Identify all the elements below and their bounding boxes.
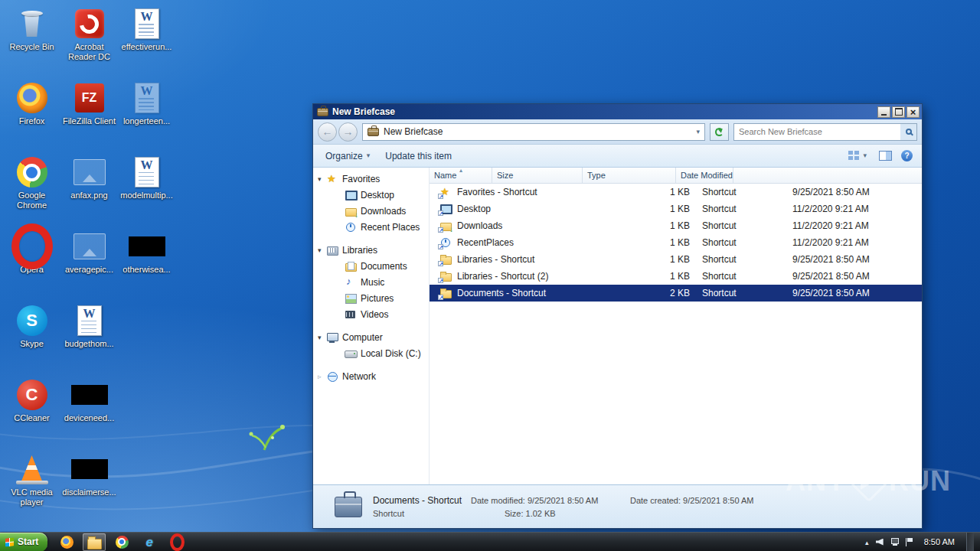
action-center-icon[interactable] (906, 538, 913, 546)
start-button[interactable]: Start (0, 533, 47, 551)
nav-item-icon (345, 348, 357, 359)
file-name: Libraries - Shortcut (457, 254, 534, 265)
search-button[interactable] (900, 124, 916, 140)
nav-item[interactable]: Computer (313, 329, 429, 345)
search-input[interactable] (734, 124, 900, 140)
file-row[interactable]: Desktop 1 KB Shortcut 11/2/2020 9:21 AM (430, 201, 922, 217)
nav-item-label: Pictures (361, 293, 394, 304)
desktop-icon[interactable]: longerteen... (118, 77, 175, 152)
volume-icon[interactable] (876, 539, 884, 546)
file-icon (439, 288, 452, 298)
shortcut-overlay-icon (438, 194, 443, 199)
maximize-button[interactable] (892, 106, 905, 118)
expander-icon[interactable] (318, 373, 326, 380)
search-box (733, 123, 917, 141)
organize-button[interactable]: Organize (319, 148, 376, 164)
nav-item[interactable]: Videos (313, 306, 429, 322)
nav-item[interactable]: Recent Places (313, 219, 429, 235)
search-icon (906, 129, 912, 135)
column-header[interactable]: Size (492, 168, 583, 183)
desktop-icon[interactable]: otherwisea... (118, 226, 175, 300)
taskbar-app-button[interactable] (83, 533, 106, 551)
taskbar-app-button[interactable] (165, 533, 188, 551)
address-dropdown-icon[interactable] (696, 129, 700, 135)
file-name: Downloads (457, 220, 502, 231)
desktop-icon[interactable]: Opera (3, 226, 60, 300)
close-button[interactable] (906, 106, 920, 118)
nav-item[interactable]: Network (313, 368, 429, 384)
nav-item[interactable]: Pictures (313, 290, 429, 306)
nav-item[interactable]: Documents (313, 258, 429, 274)
help-icon[interactable] (901, 150, 913, 161)
column-header-label: Type (587, 171, 606, 180)
file-row[interactable]: Libraries - Shortcut 1 KB Shortcut 9/25/… (430, 251, 922, 268)
clock[interactable]: 8:50 AM (920, 537, 959, 546)
desktop-icon[interactable]: Recycle Bin (3, 3, 60, 77)
desktop-icon[interactable]: FileZilla Client (60, 77, 118, 152)
nav-item[interactable]: Libraries (313, 242, 429, 258)
column-header[interactable]: Type (583, 168, 676, 183)
file-date-modified: 9/25/2021 8:50 AM (788, 251, 881, 268)
file-row[interactable]: Downloads 1 KB Shortcut 11/2/2020 9:21 A… (430, 217, 922, 234)
nav-item[interactable]: Downloads (313, 203, 429, 219)
file-row[interactable]: RecentPlaces 1 KB Shortcut 11/2/2020 9:2… (430, 234, 922, 251)
file-type: Shortcut (697, 201, 788, 217)
desktop-icon[interactable]: budgethom... (60, 300, 118, 374)
desktop-icon[interactable]: Google Chrome (3, 152, 60, 226)
desktop-icon[interactable]: disclaimerse... (60, 448, 118, 523)
details-date-created: Date created: 9/25/2021 8:50 AM (630, 496, 753, 505)
column-header[interactable] (733, 168, 922, 183)
start-label: Start (18, 536, 38, 547)
show-desktop-button[interactable] (966, 533, 974, 551)
expander-icon[interactable] (318, 334, 326, 341)
file-date-modified: 11/2/2020 9:21 AM (788, 217, 881, 234)
file-size: 1 KB (635, 234, 697, 251)
show-hidden-icons-button[interactable] (865, 536, 869, 547)
details-file-type: Shortcut (373, 509, 471, 518)
desktop-icon[interactable]: averagepic... (60, 226, 118, 300)
column-header[interactable]: Date Modified (676, 168, 733, 183)
column-header[interactable]: Name (430, 168, 492, 183)
chevron-down-icon (367, 152, 371, 159)
desktop-icon[interactable]: effectiverun... (118, 3, 175, 77)
refresh-button[interactable] (710, 123, 729, 141)
forward-button[interactable] (338, 122, 358, 142)
nav-item[interactable]: Desktop (313, 187, 429, 203)
taskbar-app-button[interactable] (110, 533, 133, 551)
nav-item[interactable]: Local Disk (C:) (313, 345, 429, 361)
nav-item[interactable]: Music (313, 274, 429, 290)
desktop-icon[interactable]: modelmultip... (118, 152, 175, 226)
column-header-label: Name (434, 171, 456, 180)
file-date-modified: 9/25/2021 8:50 AM (788, 184, 881, 201)
file-row[interactable]: Favorites - Shortcut 1 KB Shortcut 9/25/… (430, 184, 922, 201)
file-row[interactable]: Libraries - Shortcut (2) 1 KB Shortcut 9… (430, 268, 922, 285)
briefcase-icon (368, 128, 379, 136)
address-bar[interactable]: New Briefcase (362, 123, 705, 141)
desktop-icon-image (14, 452, 51, 486)
taskbar: Start 8:50 AM (0, 532, 980, 551)
file-row[interactable]: Documents - Shortcut 2 KB Shortcut 9/25/… (430, 285, 922, 302)
desktop-icon[interactable]: Skype (3, 300, 60, 374)
desktop-icon[interactable]: Firefox (3, 77, 60, 152)
expander-icon[interactable] (318, 175, 326, 183)
expander-icon[interactable] (318, 246, 326, 254)
desktop-icon[interactable]: VLC media player (3, 448, 60, 523)
network-icon[interactable] (890, 538, 899, 546)
taskbar-app-button[interactable] (55, 533, 78, 551)
desktop-icon[interactable]: deviceneed... (60, 374, 118, 448)
nav-item[interactable]: Favorites (313, 171, 429, 187)
update-item-button[interactable]: Update this item (379, 148, 458, 164)
titlebar[interactable]: New Briefcase (313, 104, 922, 119)
preview-pane-icon[interactable] (879, 151, 892, 161)
breadcrumb[interactable]: New Briefcase (384, 126, 443, 137)
desktop-icon-image (14, 378, 51, 412)
file-icon (439, 271, 452, 282)
minimize-button[interactable] (877, 106, 890, 118)
taskbar-app-button[interactable] (138, 533, 161, 551)
back-button[interactable] (318, 122, 337, 142)
change-view-button[interactable] (845, 148, 870, 163)
desktop-icon-label: disclaimerse... (62, 487, 116, 497)
desktop-icon[interactable]: CCleaner (3, 374, 60, 448)
desktop-icon[interactable]: Acrobat Reader DC (60, 3, 118, 77)
desktop-icon[interactable]: anfax.png (60, 152, 118, 226)
